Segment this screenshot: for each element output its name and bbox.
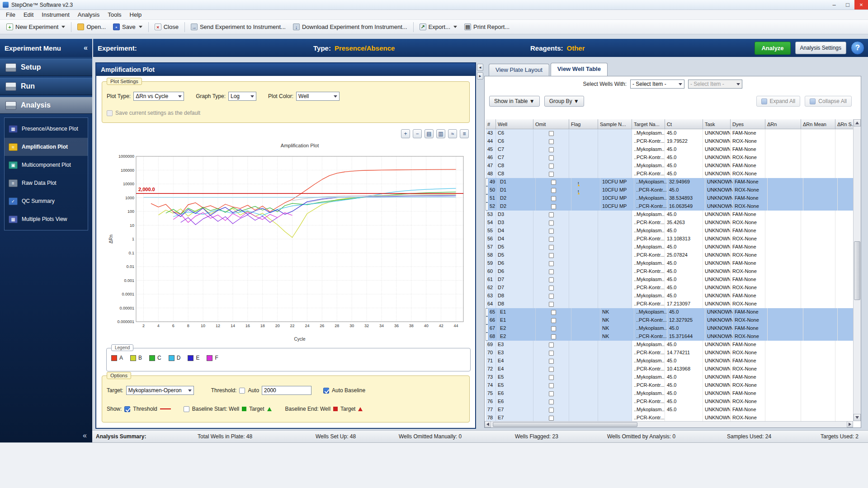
threshold-input[interactable] [262,386,311,395]
column-header-3[interactable]: Omit [533,119,569,129]
close-button[interactable]: × [854,0,868,9]
table-row[interactable]: 55D4..Mykoplasm...45.0UNKNOWNFAM-None [486,227,853,235]
scroll-right-icon[interactable] [847,421,853,427]
graph-type-select[interactable]: Log [228,92,256,101]
copy-icon[interactable]: ▥ [436,129,445,138]
omit-checkbox[interactable] [549,391,554,396]
send-experiment-button[interactable]: →Send Experiment to Instrument... [187,22,289,32]
table-row[interactable]: 60D6..PCR-Kontr...45.0UNKNOWNROX-None [486,267,853,276]
zoom-in-icon[interactable]: + [401,129,410,138]
omit-checkbox[interactable] [549,221,554,225]
omit-checkbox[interactable] [549,147,554,152]
table-row[interactable]: 61D7..Mykoplasm...45.0UNKNOWNFAM-None [486,276,853,284]
horizontal-scrollbar[interactable] [485,421,853,427]
table-row[interactable]: 62D7..PCR-Kontr...45.0UNKNOWNROX-None [486,284,853,292]
table-row[interactable]: 77E7..Mykoplasm...45.0UNKNOWNFAM-None [486,406,853,414]
omit-checkbox[interactable] [549,269,554,274]
open-button[interactable]: Open... [74,22,109,32]
minimize-button[interactable]: – [827,0,841,9]
table-row[interactable]: 69E3..Mykoplasm...45.0UNKNOWNFAM-None [486,341,853,349]
show-threshold-checkbox[interactable] [124,406,130,412]
sidebar-item-multiple-plots-view[interactable]: ▦Multiple Plots View [5,210,88,228]
print-report-button[interactable]: ▤Print Report... [461,22,513,32]
column-header-10[interactable]: ΔRn [765,119,801,129]
print-icon[interactable]: ▤ [425,129,434,138]
select-wells-dropdown-2[interactable]: - Select Item - [688,80,742,89]
export-button[interactable]: ↗Export... [416,22,461,32]
threshold-auto-checkbox[interactable] [239,388,245,394]
tab-view-plate-layout[interactable]: View Plate Layout [489,64,549,76]
scroll-left-icon[interactable] [485,421,491,427]
vertical-scrollbar[interactable] [853,119,861,421]
omit-checkbox[interactable] [549,375,554,380]
omit-checkbox[interactable] [551,318,556,323]
column-header-5[interactable]: Sample N... [598,119,632,129]
zoom-out-icon[interactable]: − [413,129,422,138]
sidebar-bottom-collapse-icon[interactable]: « [83,432,87,440]
column-header-2[interactable]: Well [496,119,533,129]
table-row[interactable]: 44C6..PCR-Kontr...19.79522UNKNOWNROX-Non… [486,137,853,145]
table-row[interactable]: 54D3..PCR-Kontr...35.4263UNKNOWNROX-None [486,219,853,227]
table-row[interactable]: 48C8..PCR-Kontr...45.0UNKNOWNROX-None [486,170,853,178]
table-row[interactable]: 43C6..Mykoplasm...45.0UNKNOWNFAM-None [486,129,853,137]
column-header-8[interactable]: Task [703,119,731,129]
table-row[interactable]: 45C7..Mykoplasm...45.0UNKNOWNFAM-None [486,145,853,154]
menu-tools[interactable]: Tools [104,10,125,19]
new-experiment-button[interactable]: +New Experiment [3,22,69,32]
menu-help[interactable]: Help [126,10,146,19]
sidebar-section-setup[interactable]: Setup [0,59,92,76]
menu-edit[interactable]: Edit [19,10,38,19]
column-header-9[interactable]: Dyes [731,119,765,129]
omit-checkbox[interactable] [549,229,554,234]
omit-checkbox[interactable] [549,277,554,282]
baseline-checkbox[interactable] [184,406,189,412]
maximize-button[interactable]: □ [841,0,854,9]
tab-view-well-table[interactable]: View Well Table [551,63,608,76]
sidebar-item-multicomponent-plot[interactable]: ▣Multicomponent Plot [5,156,88,174]
omit-checkbox[interactable] [549,172,554,177]
column-header-6[interactable]: Target Na... [632,119,665,129]
table-row[interactable]: 71E4..Mykoplasm...45.0UNKNOWNFAM-None [486,357,853,365]
table-row[interactable]: 63D8..Mykoplasm...45.0UNKNOWNFAM-None [486,292,853,300]
omit-checkbox[interactable] [551,196,556,201]
table-row[interactable]: 64D8..PCR-Kontr...17.213097UNKNOWNROX-No… [486,300,853,308]
panel-splitter[interactable]: ◄ ► [476,62,484,429]
table-row[interactable]: 49D110CFU MP..Mykoplasm...32.94969UNKNOW… [486,178,853,186]
omit-checkbox[interactable] [549,131,554,136]
omit-checkbox[interactable] [549,155,554,160]
omit-checkbox[interactable] [549,164,554,169]
sidebar-item-amplification-plot[interactable]: ≈Amplification Plot [5,138,88,156]
omit-checkbox[interactable] [549,302,554,307]
help-icon[interactable]: ? [851,41,864,55]
sidebar-section-analysis[interactable]: Analysis [0,97,92,114]
table-row[interactable]: 57D5..Mykoplasm...45.0UNKNOWNFAM-None [486,243,853,251]
download-experiment-button[interactable]: ↓Download Experiment from Instrument... [289,22,411,32]
column-header-4[interactable]: Flag [569,119,598,129]
table-row[interactable]: 78E7..PCR-Kontr...UNKNOWNROX-None [486,414,853,421]
close-button[interactable]: ×Close [151,22,182,32]
sidebar-item-raw-data-plot[interactable]: ≡Raw Data Plot [5,174,88,192]
show-in-table-button[interactable]: Show in Table ▼ [489,96,540,107]
omit-checkbox[interactable] [549,367,554,372]
analyze-button[interactable]: Analyze [755,42,790,55]
select-wells-dropdown-1[interactable]: - Select Item - [630,80,684,89]
menu-analysis[interactable]: Analysis [74,10,104,19]
omit-checkbox[interactable] [549,294,554,299]
expand-all-button[interactable]: Expand All [756,96,801,107]
omit-checkbox[interactable] [551,204,556,209]
table-row[interactable]: 59D6..Mykoplasm...45.0UNKNOWNFAM-None [486,259,853,267]
save-button[interactable]: ▪Save [109,22,146,32]
table-row[interactable]: 52D210CFU MP..PCR-Kontr...16.063549UNKNO… [486,202,853,211]
table-row[interactable]: 56D4..PCR-Kontr...13.108313UNKNOWNROX-No… [486,235,853,243]
omit-checkbox[interactable] [549,245,554,250]
table-row[interactable]: 70E3..PCR-Kontr...14.774211UNKNOWNROX-No… [486,349,853,357]
collapse-all-button[interactable]: Collapse All [805,96,852,107]
omit-checkbox[interactable] [549,359,554,364]
analysis-settings-button[interactable]: Analysis Settings [795,42,846,54]
table-row[interactable]: 73E5..Mykoplasm...45.0UNKNOWNFAM-None [486,373,853,381]
horizontal-scrollbar-thumb[interactable] [493,422,637,427]
table-row[interactable]: 74E5..PCR-Kontr...45.0UNKNOWNROX-None [486,381,853,389]
splitter-expand-right-button[interactable]: ► [477,72,483,80]
auto-baseline-checkbox[interactable] [323,388,329,394]
save-default-checkbox[interactable] [107,110,113,116]
